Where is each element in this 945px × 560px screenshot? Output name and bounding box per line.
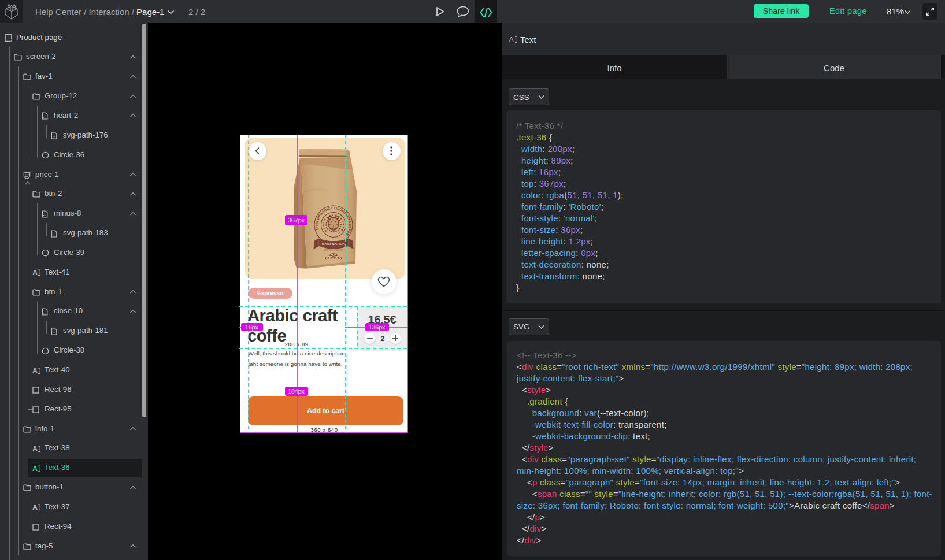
svg-text:A: A: [32, 465, 38, 472]
svg-text:A: A: [32, 367, 38, 374]
svg-text:A: A: [32, 503, 38, 511]
svg-text:A: A: [32, 445, 38, 453]
svg-text:A: A: [509, 35, 514, 43]
svg-text:A: A: [32, 269, 38, 276]
